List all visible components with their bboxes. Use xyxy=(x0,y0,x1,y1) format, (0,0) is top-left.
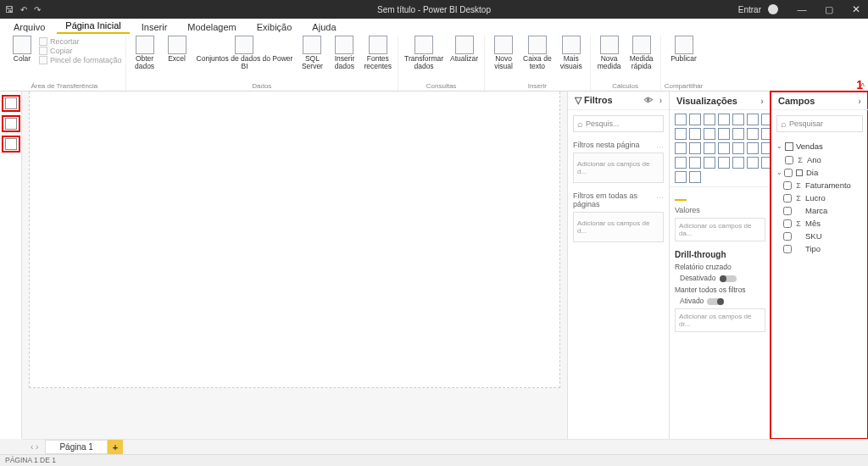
viz-type-icon[interactable] xyxy=(675,157,687,169)
publish-button[interactable]: Publicar xyxy=(668,36,699,63)
field-checkbox[interactable] xyxy=(785,156,793,164)
viz-type-icon[interactable] xyxy=(689,142,701,154)
viz-type-icon[interactable] xyxy=(718,128,730,140)
refresh-button[interactable]: Atualizar xyxy=(448,36,481,63)
viz-type-icon[interactable] xyxy=(689,114,701,125)
more-visuals-button[interactable]: Mais visuais xyxy=(556,36,587,70)
minimize-button[interactable]: — xyxy=(790,0,814,19)
quick-measure-button[interactable]: Medida rápida xyxy=(626,36,657,70)
report-canvas[interactable] xyxy=(29,92,560,388)
viz-type-icon[interactable] xyxy=(718,142,730,154)
viz-type-icon[interactable] xyxy=(747,114,759,125)
fields-search[interactable]: Pesquisar xyxy=(776,115,863,132)
filters-all-dropzone[interactable]: Adicionar os campos de d... xyxy=(573,212,664,242)
field-faturamento[interactable]: ΣFaturamento xyxy=(775,179,865,191)
sql-server-button[interactable]: SQL Server xyxy=(297,36,327,70)
save-icon[interactable]: 🖫 xyxy=(5,5,14,14)
publish-icon xyxy=(675,36,693,54)
viz-type-icon[interactable] xyxy=(689,128,701,140)
tab-pagina-inicial[interactable]: Página Inicial xyxy=(57,18,129,34)
new-measure-button[interactable]: Nova medida xyxy=(594,36,625,70)
fields-tab-icon[interactable] xyxy=(675,189,687,201)
tab-exibicao[interactable]: Exibição xyxy=(248,19,301,34)
close-button[interactable]: ✕ xyxy=(844,0,868,19)
new-visual-button[interactable]: Novo visual xyxy=(488,36,519,70)
viz-type-icon[interactable] xyxy=(747,128,759,140)
viz-type-icon[interactable] xyxy=(675,114,687,125)
viz-type-icon[interactable] xyxy=(732,128,744,140)
eye-icon[interactable]: 👁 xyxy=(644,96,653,105)
viz-type-icon[interactable] xyxy=(704,157,715,169)
excel-button[interactable]: Excel xyxy=(162,36,192,63)
viz-type-icon[interactable] xyxy=(718,114,730,125)
viz-type-icon[interactable] xyxy=(675,128,687,140)
new-visual-icon xyxy=(494,36,513,54)
get-data-button[interactable]: Obter dados xyxy=(130,36,160,70)
recent-sources-button[interactable]: Fontes recentes xyxy=(361,36,394,70)
field-ano[interactable]: ΣAno xyxy=(775,153,865,166)
filters-page-dropzone[interactable]: Adicionar os campos de d... xyxy=(573,153,664,183)
redo-icon[interactable]: ↷ xyxy=(34,5,41,14)
textbox-icon xyxy=(528,36,547,54)
field-checkbox[interactable] xyxy=(783,232,792,241)
viz-type-icon[interactable] xyxy=(732,157,744,169)
tab-modelagem[interactable]: Modelagem xyxy=(179,19,244,34)
viz-type-icon[interactable] xyxy=(732,114,744,125)
textbox-button[interactable]: Caixa de texto xyxy=(520,36,554,70)
values-dropzone[interactable]: Adicionar os campos de da... xyxy=(675,218,765,241)
maximize-button[interactable]: ▢ xyxy=(817,0,841,19)
field-marca[interactable]: Marca xyxy=(775,204,865,217)
viz-type-icon[interactable] xyxy=(747,142,759,154)
page-nav-prev[interactable]: ‹ › xyxy=(27,442,45,452)
field-checkbox[interactable] xyxy=(783,245,792,253)
undo-icon[interactable]: ↶ xyxy=(20,5,27,14)
viz-type-icon[interactable] xyxy=(689,157,701,169)
sign-in-link[interactable]: Entrar xyxy=(738,5,761,14)
group-queries-label: Consultas xyxy=(426,82,457,91)
tab-arquivo[interactable]: Arquivo xyxy=(5,19,53,34)
viz-type-icon[interactable] xyxy=(732,142,744,154)
format-tab-icon[interactable] xyxy=(692,189,704,201)
tab-inserir[interactable]: Inserir xyxy=(133,19,176,34)
filters-search[interactable]: Pesquis... xyxy=(573,115,664,132)
viz-type-icon[interactable] xyxy=(689,171,701,183)
viz-type-icon[interactable] xyxy=(675,171,687,183)
report-view-button[interactable] xyxy=(2,95,20,112)
collapse-filters-icon[interactable] xyxy=(659,96,662,105)
viz-type-icon[interactable] xyxy=(704,114,715,125)
cut-button: Recortar xyxy=(39,37,122,46)
table-vendas[interactable]: ⌄ Vendas xyxy=(775,139,865,153)
pbi-datasets-button[interactable]: Conjuntos de dados do Power BI xyxy=(194,36,296,70)
field-lucro[interactable]: ΣLucro xyxy=(775,191,865,204)
tab-ajuda[interactable]: Ajuda xyxy=(303,19,344,34)
collapse-fields-icon[interactable] xyxy=(858,96,861,106)
data-view-button[interactable] xyxy=(2,115,20,132)
page-tab-1[interactable]: Página 1 xyxy=(45,440,107,454)
viz-type-icon[interactable] xyxy=(704,142,715,154)
field-mes[interactable]: ΣMês xyxy=(775,217,865,230)
model-view-button[interactable] xyxy=(2,136,20,153)
paste-button[interactable]: Colar xyxy=(7,36,37,63)
field-tipo[interactable]: Tipo xyxy=(775,242,865,255)
keep-filters-toggle[interactable] xyxy=(707,298,724,305)
add-page-button[interactable]: + xyxy=(108,440,123,455)
cross-report-toggle[interactable] xyxy=(720,275,737,282)
drill-dropzone[interactable]: Adicionar os campos de dr... xyxy=(675,308,765,332)
field-checkbox[interactable] xyxy=(783,219,792,228)
collapse-viz-icon[interactable] xyxy=(760,96,764,106)
field-checkbox[interactable] xyxy=(783,194,792,202)
viz-type-icon[interactable] xyxy=(704,128,715,140)
viz-type-icon[interactable] xyxy=(675,142,687,154)
field-checkbox[interactable] xyxy=(783,207,792,215)
field-checkbox[interactable] xyxy=(784,169,793,177)
visualizations-pane: Visualizações Valores Adicionar os campo… xyxy=(669,92,771,439)
avatar-icon[interactable] xyxy=(768,4,778,14)
field-checkbox[interactable] xyxy=(783,181,792,190)
field-sku[interactable]: SKU xyxy=(775,230,865,242)
viz-type-icon[interactable] xyxy=(718,157,730,169)
enter-data-button[interactable]: Inserir dados xyxy=(329,36,359,70)
page-tabs: ‹ › Página 1 + xyxy=(22,439,868,454)
viz-type-icon[interactable] xyxy=(747,157,759,169)
transform-data-button[interactable]: Transformar dados xyxy=(402,36,446,70)
field-dia[interactable]: ⌄Dia xyxy=(775,166,865,179)
